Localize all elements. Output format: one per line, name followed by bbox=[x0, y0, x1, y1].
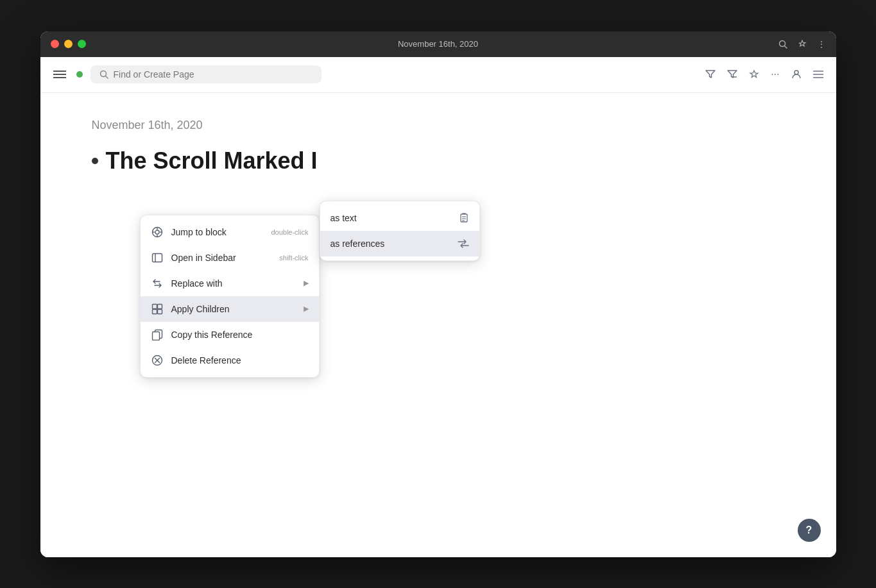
person-icon[interactable] bbox=[791, 69, 802, 80]
app-window: November 16th, 2020 ⋮ bbox=[40, 31, 836, 557]
svg-rect-25 bbox=[152, 332, 159, 340]
submenu-item-as-text[interactable]: as text bbox=[320, 205, 479, 231]
status-indicator bbox=[76, 71, 83, 78]
page-date: November 16th, 2020 bbox=[92, 119, 785, 132]
delete-reference-icon bbox=[151, 354, 164, 367]
content-area: November 16th, 2020 The Scroll Marked I bbox=[40, 93, 836, 557]
menu-item-open-in-sidebar[interactable]: Open in Sidebar shift-click bbox=[141, 245, 319, 271]
jump-to-block-icon bbox=[151, 226, 164, 239]
replace-with-label: Replace with bbox=[171, 278, 296, 289]
menu-icon[interactable] bbox=[53, 70, 66, 79]
page-title-row: The Scroll Marked I bbox=[92, 147, 785, 174]
maximize-button[interactable] bbox=[78, 40, 86, 48]
menu-item-delete-reference[interactable]: Delete Reference bbox=[141, 348, 319, 373]
clipboard-icon bbox=[459, 213, 469, 223]
copy-reference-icon bbox=[151, 328, 164, 341]
apply-children-arrow: ▶ bbox=[304, 305, 309, 313]
replace-with-arrow: ▶ bbox=[304, 279, 309, 287]
jump-to-block-label: Jump to block bbox=[171, 227, 264, 237]
svg-point-8 bbox=[794, 71, 798, 74]
as-references-label: as references bbox=[331, 239, 450, 249]
jump-to-block-shortcut: double-click bbox=[271, 228, 308, 236]
context-menu: Jump to block double-click Open in Sideb… bbox=[140, 215, 320, 378]
svg-rect-23 bbox=[157, 309, 162, 314]
titlebar: November 16th, 2020 ⋮ bbox=[40, 31, 836, 57]
apply-children-icon bbox=[151, 303, 164, 315]
titlebar-title: November 16th, 2020 bbox=[398, 39, 478, 49]
svg-rect-21 bbox=[157, 304, 162, 308]
topbar-right: ··· bbox=[705, 69, 823, 80]
svg-point-13 bbox=[155, 230, 159, 234]
help-button[interactable]: ? bbox=[798, 519, 821, 542]
menu-item-copy-reference[interactable]: Copy this Reference bbox=[141, 322, 319, 348]
titlebar-star-icon[interactable] bbox=[798, 40, 807, 49]
menu-item-replace-with[interactable]: Replace with ▶ bbox=[141, 271, 319, 296]
menu-item-apply-children[interactable]: Apply Children ▶ bbox=[141, 296, 319, 322]
search-bar[interactable] bbox=[90, 65, 322, 83]
traffic-lights bbox=[51, 40, 86, 48]
titlebar-more-icon[interactable]: ⋮ bbox=[817, 39, 826, 49]
svg-rect-20 bbox=[152, 304, 157, 308]
bullet-point bbox=[92, 158, 98, 164]
submenu: as text as references bbox=[320, 201, 480, 261]
open-in-sidebar-icon bbox=[151, 251, 164, 264]
page-title: The Scroll Marked I bbox=[106, 147, 318, 174]
open-in-sidebar-label: Open in Sidebar bbox=[171, 253, 272, 263]
as-text-label: as text bbox=[331, 213, 451, 223]
svg-line-1 bbox=[784, 46, 787, 48]
list-icon[interactable] bbox=[813, 70, 823, 79]
svg-rect-22 bbox=[152, 309, 157, 314]
titlebar-search-icon[interactable] bbox=[778, 40, 787, 49]
replace-with-icon bbox=[151, 277, 164, 290]
svg-rect-18 bbox=[152, 253, 162, 262]
menu-item-jump-to-block[interactable]: Jump to block double-click bbox=[141, 219, 319, 245]
filter-alt-icon[interactable] bbox=[727, 70, 737, 79]
arrows-icon bbox=[458, 239, 469, 248]
help-label: ? bbox=[806, 525, 812, 536]
svg-line-6 bbox=[105, 76, 108, 79]
close-button[interactable] bbox=[51, 40, 59, 48]
star-icon[interactable] bbox=[749, 70, 759, 80]
topbar: ··· bbox=[40, 57, 836, 93]
search-input[interactable] bbox=[114, 69, 313, 80]
more-icon[interactable]: ··· bbox=[771, 69, 779, 80]
copy-reference-label: Copy this Reference bbox=[171, 330, 309, 340]
apply-children-label: Apply Children bbox=[171, 304, 296, 314]
filter-icon[interactable] bbox=[705, 70, 716, 79]
titlebar-actions: ⋮ bbox=[778, 39, 826, 49]
submenu-item-as-references[interactable]: as references bbox=[320, 231, 479, 256]
minimize-button[interactable] bbox=[64, 40, 73, 48]
search-icon bbox=[99, 70, 108, 79]
delete-reference-label: Delete Reference bbox=[171, 355, 309, 365]
open-in-sidebar-shortcut: shift-click bbox=[279, 254, 308, 262]
